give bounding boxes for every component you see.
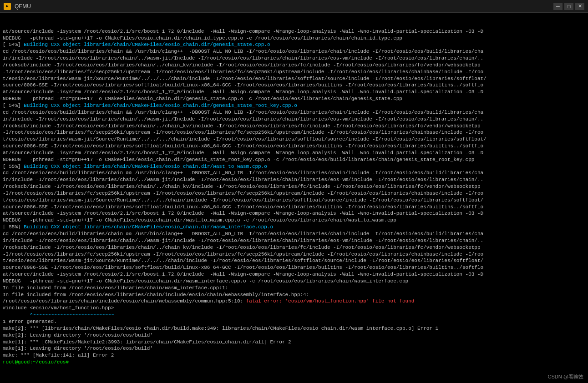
terminal-line: NDEBUG -pthread -std=gnu++17 -o CMakeFil… (3, 156, 585, 163)
terminal-line: t/eosio/eos/libraries/wasm-jit/Source/Ru… (3, 257, 585, 264)
terminal-line: /rocksdb/include -I/root/eosio/eos/libra… (3, 123, 585, 130)
terminal-line: make[2]: Leaving directory '/root/eosio/… (3, 332, 585, 339)
terminal-line: make[2]: *** [libraries/chain/CMakeFiles… (3, 325, 585, 332)
window-controls: ─ □ ✕ (553, 3, 584, 10)
terminal-line: -I/root/eosio/eos/libraries/fc/secp256k1… (3, 129, 585, 136)
terminal-line: at/source/include -isystem /root/eosio/2… (3, 271, 585, 278)
qemu-icon: ▶ (4, 3, 11, 10)
terminal-line: source/8086-SSE -I/root/eosio/eos/librar… (3, 143, 585, 150)
terminal-line: 1 error generated. (3, 318, 585, 325)
terminal-line: [ 54%] Building CXX object libraries/cha… (3, 41, 585, 48)
terminal-line: /rocksdb/include -I/root/eosio/eos/libra… (3, 244, 585, 251)
terminal-line: [ 55%] Building CXX object libraries/cha… (3, 163, 585, 170)
terminal-line: [ 55%] Building CXX object libraries/cha… (3, 224, 585, 231)
terminal-line: t/eosio/eos/libraries/wasm-jit/Source/Ru… (3, 136, 585, 143)
terminal-line: in/include -I/root/eosio/eos/libraries/c… (3, 237, 585, 244)
terminal-line: NDEBUG -pthread -std=gnu++17 -o CMakeFil… (3, 96, 585, 102)
terminal-line: t/eosio/eos/libraries/wasm-jit/Source/Ru… (3, 76, 585, 82)
terminal-line: NDEBUG -pthread -std=gnu++17 -o CMakeFil… (3, 35, 585, 42)
terminal-line: root@good:~/eosio/eos# (3, 359, 585, 366)
terminal-line: at/source/include -isystem /root/eosio/2… (3, 150, 585, 156)
terminal-output[interactable]: at/source/include -isystem /root/eosio/2… (0, 13, 588, 383)
terminal-line: /rocksdb/include -I/root/eosio/eos/libra… (3, 183, 585, 190)
terminal-line: NDEBUG -pthread -std=gnu++17 -o CMakeFil… (3, 278, 585, 285)
terminal-line: [ 54%] Building CXX object libraries/cha… (3, 102, 585, 109)
watermark: CSDN @看聊效 (548, 373, 583, 380)
terminal-line: t/eosio/eos/libraries/wasm-jit/Source/Ru… (3, 197, 585, 204)
terminal-line: NDEBUG -pthread -std=gnu++17 -o CMakeFil… (3, 217, 585, 224)
terminal-line: make[1]: Leaving directory '/root/eosio/… (3, 345, 585, 352)
terminal-line: in/include -I/root/eosio/eos/libraries/c… (3, 55, 585, 62)
minimize-button[interactable]: ─ (553, 3, 563, 10)
terminal-line: /rocksdb/include -I/root/eosio/eos/libra… (3, 62, 585, 69)
qemu-window: ▶ QEMU ─ □ ✕ at/source/include -isystem … (0, 0, 588, 383)
terminal-line: /root/eosio/eos/libraries/chain/include/… (3, 298, 585, 305)
terminal-line: in/include -I/root/eosio/eos/libraries/c… (3, 176, 585, 183)
close-button[interactable]: ✕ (575, 3, 584, 10)
window-title: QEMU (15, 3, 550, 10)
terminal-line: In file included from /root/eosio/eos/li… (3, 292, 585, 298)
terminal-line: cd /root/eosio/eos/build/libraries/chain… (3, 109, 585, 116)
terminal-line: source/8086-SSE -I/root/eosio/eos/librar… (3, 204, 585, 211)
terminal-line: make[1]: *** [CMakeFiles/Makefile2:3993:… (3, 339, 585, 346)
terminal-line: source/8086-SSE -I/root/eosio/eos/librar… (3, 82, 585, 89)
terminal-line: at/source/include -isystem /root/eosio/2… (3, 89, 585, 96)
restore-button[interactable]: □ (564, 3, 573, 10)
terminal-line: cd /root/eosio/eos/build/libraries/chain… (3, 170, 585, 176)
terminal-line: -I/root/eosio/eos/libraries/fc/secp256k1… (3, 190, 585, 197)
terminal-line: #include <eosio/vm/host_function.hpp> (3, 305, 585, 312)
terminal-line: source/8086-SSE -I/root/eosio/eos/librar… (3, 264, 585, 271)
terminal-line: -I/root/eosio/eos/libraries/fc/secp256k1… (3, 69, 585, 76)
terminal-line: -I/root/eosio/eos/libraries/fc/secp256k1… (3, 251, 585, 258)
terminal-line: cd /root/eosio/eos/build/libraries/chain… (3, 231, 585, 237)
title-bar: ▶ QEMU ─ □ ✕ (0, 0, 588, 13)
terminal-line: cd /root/eosio/eos/build/libraries/chain… (3, 48, 585, 55)
terminal-line: at/source/include -isystem /root/eosio/2… (3, 28, 585, 35)
terminal-line: In file included from /root/eosio/eos/li… (3, 285, 585, 292)
terminal-line: ^~~~~~~~~~~~~~~~~~~~~~~~~~~~ (3, 312, 585, 318)
terminal-line: at/source/include -isystem /root/eosio/2… (3, 210, 585, 217)
terminal-line: in/include -I/root/eosio/eos/libraries/c… (3, 116, 585, 123)
terminal-line: make: *** [Makefile:141: all] Error 2 (3, 352, 585, 359)
